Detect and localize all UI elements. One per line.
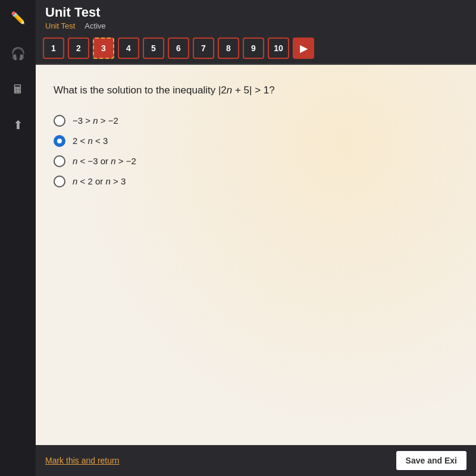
radio-d <box>54 176 65 187</box>
radio-a <box>54 115 65 127</box>
header: Unit Test Unit Test Active <box>36 0 476 33</box>
q-btn-2[interactable]: 2 <box>68 37 89 59</box>
question-nav: 1 2 3 4 5 6 7 8 9 10 ▶ <box>36 33 476 65</box>
q-btn-9[interactable]: 9 <box>243 37 264 59</box>
q-btn-1[interactable]: 1 <box>43 37 64 59</box>
choice-c-label: n < −3 or n > −2 <box>73 156 136 166</box>
content-area: What is the solution to the inequality |… <box>36 65 476 445</box>
breadcrumb-status: Active <box>84 21 105 30</box>
choice-d-label: n < 2 or n > 3 <box>73 176 126 186</box>
choice-b[interactable]: 2 < n < 3 <box>54 135 458 147</box>
choice-c[interactable]: n < −3 or n > −2 <box>54 155 458 167</box>
q-btn-5[interactable]: 5 <box>143 37 164 59</box>
question-text: What is the solution to the inequality |… <box>54 83 458 98</box>
calculator-icon[interactable]: 🖩 <box>6 77 30 101</box>
upload-icon[interactable]: ⬆ <box>6 113 30 137</box>
mark-return-link[interactable]: Mark this and return <box>45 456 120 465</box>
q-btn-8[interactable]: 8 <box>218 37 239 59</box>
headphones-icon[interactable]: 🎧 <box>6 42 30 65</box>
radio-c <box>54 155 65 167</box>
sidebar: ✏️ 🎧 🖩 ⬆ <box>0 0 36 476</box>
choice-a-label: −3 > n > −2 <box>73 115 118 126</box>
choice-b-label: 2 < n < 3 <box>73 136 108 146</box>
answer-choices: −3 > n > −2 2 < n < 3 n < −3 or n > −2 n… <box>54 115 458 187</box>
choice-a[interactable]: −3 > n > −2 <box>54 115 458 127</box>
q-btn-3[interactable]: 3 <box>93 37 114 59</box>
main-content: Unit Test Unit Test Active 1 2 3 4 5 6 7… <box>36 0 476 476</box>
pencil-icon[interactable]: ✏️ <box>6 6 30 30</box>
q-btn-next[interactable]: ▶ <box>293 37 314 59</box>
radio-b <box>54 135 65 147</box>
radio-b-inner <box>57 139 62 143</box>
q-btn-4[interactable]: 4 <box>118 37 139 59</box>
bottom-bar: Mark this and return Save and Exi <box>36 445 476 476</box>
q-btn-7[interactable]: 7 <box>193 37 214 59</box>
breadcrumb: Unit Test Active <box>45 21 466 30</box>
q-btn-6[interactable]: 6 <box>168 37 189 59</box>
save-exit-button[interactable]: Save and Exi <box>396 451 466 470</box>
choice-d[interactable]: n < 2 or n > 3 <box>54 176 458 187</box>
breadcrumb-link[interactable]: Unit Test <box>45 21 75 30</box>
page-title: Unit Test <box>45 5 466 20</box>
q-btn-10[interactable]: 10 <box>268 37 289 59</box>
